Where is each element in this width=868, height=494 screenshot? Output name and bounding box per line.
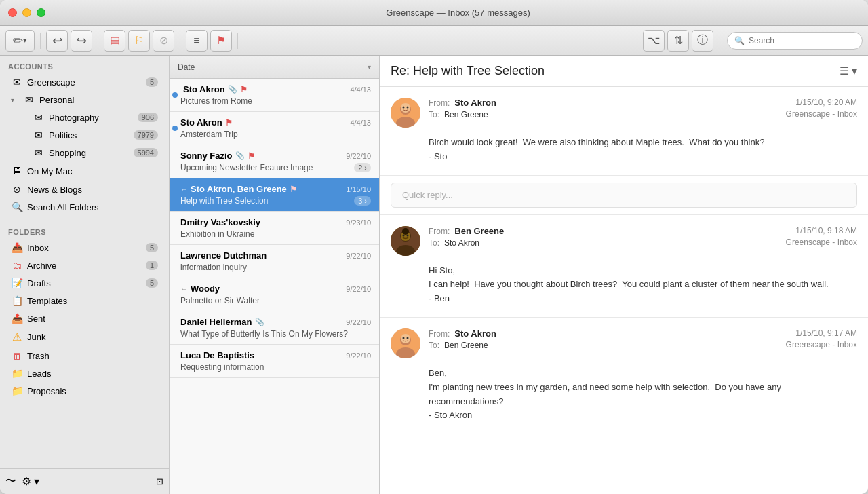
sidebar-item-on-my-mac[interactable]: 🖥 On My Mac <box>3 162 166 180</box>
flag-indicator: ⚑ <box>248 151 255 161</box>
sidebar-item-search-all[interactable]: 🔍 Search All Folders <box>3 199 166 215</box>
from-label: From: <box>429 227 452 236</box>
sidebar-item-news-blogs[interactable]: ⊙ News & Blogs <box>3 181 166 197</box>
message-meta: From: Sto Akron 1/15/10, 9:20 AM To: Ben… <box>429 98 857 119</box>
email-item-header: Dmitry Vas'kovskiy 9/23/10 <box>180 217 371 227</box>
email-subject: Amsterdam Trip <box>180 130 371 139</box>
email-date: 4/4/13 <box>350 119 371 127</box>
sidebar-item-trash-label: Trash <box>27 351 158 361</box>
email-list: Date ▾ Sto Akron 📎 ⚑ 4/4/13 <box>170 56 380 494</box>
flag-indicator: ⚑ <box>225 118 233 128</box>
info-button[interactable]: ⓘ <box>692 30 713 52</box>
email-menu-button[interactable]: ☰ ▾ <box>840 64 857 77</box>
pin-icon: ⚑ <box>216 34 226 47</box>
sidebar-item-shopping-label: Shopping <box>49 148 130 158</box>
sidebar-item-photography-count: 906 <box>138 113 158 122</box>
sidebar-item-drafts-count: 5 <box>146 278 158 288</box>
search-bar[interactable]: 🔍 <box>727 32 863 50</box>
rss-icon: ⊙ <box>11 184 23 195</box>
sidebar-item-junk[interactable]: ⚠ Junk <box>3 328 166 346</box>
to-name: Ben Greene <box>444 341 488 350</box>
email-date: 9/22/10 <box>346 252 371 260</box>
activity-icon[interactable]: 〜 <box>5 474 16 489</box>
svg-point-10 <box>403 234 405 236</box>
sort-button[interactable]: ⇅ <box>667 30 689 52</box>
sidebar-item-politics[interactable]: ✉ Politics 7979 <box>3 127 166 143</box>
email-date: 9/22/10 <box>346 285 371 293</box>
email-item-header: Daniel Hellerman 📎 9/22/10 <box>180 317 371 327</box>
junk-icon: ⚠ <box>11 330 23 343</box>
email-item-selected[interactable]: ← Sto Akron, Ben Greene ⚑ 1/15/10 Help w… <box>170 178 379 212</box>
email-sender: Sonny Fazio 📎 ⚑ <box>180 151 255 161</box>
search-input[interactable] <box>749 36 855 45</box>
email-detail-body: From: Sto Akron 1/15/10, 9:20 AM To: Ben… <box>380 87 868 494</box>
sidebar-toggle-icon[interactable]: ⊡ <box>156 476 163 487</box>
settings-icon[interactable]: ⚙ ▾ <box>22 475 39 488</box>
minimize-button[interactable] <box>22 8 31 17</box>
sidebar-item-news-blogs-label: News & Blogs <box>27 185 158 195</box>
sidebar-item-photography-label: Photography <box>49 113 134 123</box>
forward-button[interactable]: ↪ <box>71 30 92 52</box>
inbox-icon: 📥 <box>11 242 23 253</box>
sidebar-item-personal-label: Personal <box>39 95 158 105</box>
pin-button[interactable]: ⚑ <box>210 30 232 52</box>
accounts-label: Accounts <box>0 56 169 73</box>
sidebar-item-junk-label: Junk <box>27 332 158 342</box>
sidebar-item-archive[interactable]: 🗂 Archive 1 <box>3 257 166 273</box>
notes-button[interactable]: ≡ <box>186 30 208 52</box>
email-item[interactable]: Sto Akron ⚑ 4/4/13 Amsterdam Trip <box>170 112 379 145</box>
sort-arrow[interactable]: ▾ <box>368 63 371 71</box>
sidebar-item-inbox-count: 5 <box>146 243 158 252</box>
sidebar-item-proposals[interactable]: 📁 Proposals <box>3 383 166 399</box>
sidebar-item-shopping[interactable]: ✉ Shopping 5994 <box>3 145 166 161</box>
envelope-photography-icon: ✉ <box>33 112 45 123</box>
drafts-icon: 📝 <box>11 278 23 288</box>
sidebar-item-sent[interactable]: 📤 Sent <box>3 310 166 326</box>
email-item[interactable]: Lawrence Dutchman 9/22/10 information in… <box>170 245 379 278</box>
email-sender: ← Sto Akron, Ben Greene ⚑ <box>180 184 297 194</box>
window-title: Greenscape — Inbox (57 messages) <box>56 7 860 18</box>
sidebar-item-drafts[interactable]: 📝 Drafts 5 <box>3 275 166 291</box>
sidebar-bottom: 〜 ⚙ ▾ ⊡ <box>0 468 169 494</box>
email-item[interactable]: Dmitry Vas'kovskiy 9/23/10 Exhibition in… <box>170 212 379 245</box>
message-card: From: Ben Greene 1/15/10, 9:18 AM To: St… <box>380 214 868 318</box>
filter-button[interactable]: ⌥ <box>643 30 665 52</box>
sidebar-item-personal[interactable]: ▾ ✉ Personal <box>3 92 166 108</box>
close-button[interactable] <box>8 8 17 17</box>
sidebar-item-greenscape-count: 5 <box>146 77 158 87</box>
message-inbox: Greenscape - Inbox <box>786 340 857 350</box>
sidebar-item-photography[interactable]: ✉ Photography 906 <box>3 109 166 126</box>
message-header: From: Ben Greene 1/15/10, 9:18 AM To: St… <box>391 226 857 256</box>
sidebar-item-leads[interactable]: 📁 Leads <box>3 365 166 381</box>
sidebar-item-proposals-label: Proposals <box>27 386 158 396</box>
flag-button[interactable]: ⚐ <box>128 30 150 52</box>
email-subject-text: Palmetto or Sir Walter <box>180 296 260 305</box>
message-card: From: Sto Akron 1/15/10, 9:17 AM To: Ben… <box>380 318 868 434</box>
email-item[interactable]: Sonny Fazio 📎 ⚑ 9/22/10 Upcoming Newslet… <box>170 145 379 178</box>
email-item[interactable]: Luca De Baptistis 9/22/10 Requesting inf… <box>170 345 379 378</box>
sidebar-item-greenscape[interactable]: ✉ Greenscape 5 <box>3 74 166 90</box>
compose-button[interactable]: ✏ ▾ <box>5 30 35 52</box>
email-item[interactable]: ← Woody 9/22/10 Palmetto or Sir Walter <box>170 278 379 311</box>
quick-reply-field[interactable]: Quick reply... <box>391 183 857 208</box>
sidebar-item-greenscape-label: Greenscape <box>27 77 142 88</box>
reply-button[interactable]: ↩ <box>46 30 68 52</box>
message-inbox: Greenscape - Inbox <box>786 109 857 119</box>
email-date: 9/22/10 <box>346 318 371 326</box>
email-subject-text: information inquiry <box>180 263 247 272</box>
email-sender: Sto Akron 📎 ⚑ <box>180 84 248 94</box>
folders-label: Folders <box>0 221 169 239</box>
email-item[interactable]: Daniel Hellerman 📎 9/22/10 What Type of … <box>170 311 379 345</box>
sidebar-item-trash[interactable]: 🗑 Trash <box>3 347 166 364</box>
message-from-line: From: Sto Akron 1/15/10, 9:20 AM <box>429 98 857 108</box>
sidebar-item-templates[interactable]: 📋 Templates <box>3 292 166 309</box>
sidebar-item-shopping-count: 5994 <box>134 148 158 157</box>
sidebar-item-inbox[interactable]: 📥 Inbox 5 <box>3 240 166 256</box>
email-item[interactable]: Sto Akron 📎 ⚑ 4/4/13 Pictures from Rome <box>170 79 379 112</box>
email-item-header: ← Sto Akron, Ben Greene ⚑ 1/15/10 <box>180 184 371 194</box>
archive-button[interactable]: ▤ <box>104 30 125 52</box>
message-header: From: Sto Akron 1/15/10, 9:17 AM To: Ben… <box>391 328 857 358</box>
leads-icon: 📁 <box>11 368 23 379</box>
maximize-button[interactable] <box>37 8 45 17</box>
delete-button[interactable]: ⊘ <box>153 30 174 52</box>
